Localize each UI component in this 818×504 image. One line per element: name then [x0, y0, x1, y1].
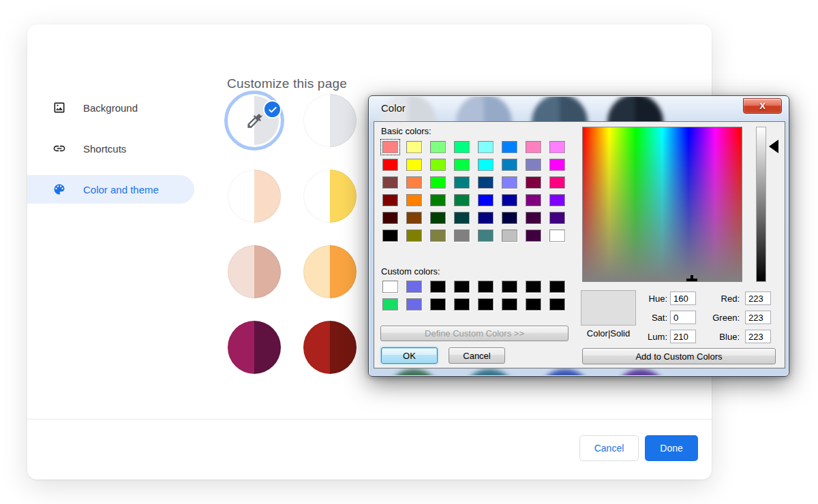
- basic-color-swatch[interactable]: [526, 176, 541, 189]
- basic-color-swatch[interactable]: [430, 159, 446, 171]
- custom-color-swatch[interactable]: [406, 298, 422, 311]
- dialog-titlebar[interactable]: [369, 97, 788, 121]
- red-input[interactable]: [745, 292, 771, 305]
- hue-saturation-field[interactable]: [582, 127, 742, 282]
- basic-color-swatch[interactable]: [526, 159, 541, 171]
- basic-color-swatch[interactable]: [549, 194, 565, 206]
- basic-color-swatch[interactable]: [502, 176, 517, 189]
- custom-color-swatch[interactable]: [430, 298, 446, 311]
- basic-color-swatch[interactable]: [406, 230, 422, 242]
- basic-color-swatch[interactable]: [454, 194, 470, 206]
- dialog-cancel-button[interactable]: Cancel: [449, 347, 505, 364]
- basic-color-swatch[interactable]: [430, 212, 446, 224]
- basic-colors-label: Basic colors:: [381, 126, 431, 136]
- custom-color-swatch[interactable]: [526, 298, 541, 311]
- basic-color-swatch[interactable]: [549, 159, 565, 171]
- basic-color-swatch[interactable]: [478, 212, 494, 224]
- basic-color-swatch[interactable]: [406, 212, 422, 224]
- theme-circle-default-gray[interactable]: [303, 94, 357, 147]
- add-to-custom-colors-button[interactable]: Add to Custom Colors: [582, 348, 776, 364]
- basic-color-swatch[interactable]: [382, 230, 398, 242]
- luminance-slider-arrow[interactable]: [769, 140, 778, 153]
- custom-color-swatch[interactable]: [526, 281, 541, 293]
- green-input[interactable]: [745, 311, 771, 324]
- theme-circle-berry[interactable]: [228, 321, 281, 374]
- basic-color-swatch[interactable]: [382, 141, 398, 153]
- basic-color-swatch[interactable]: [502, 230, 517, 242]
- define-custom-colors-button[interactable]: Define Custom Colors >>: [380, 326, 569, 341]
- ok-button[interactable]: OK: [381, 347, 438, 364]
- cancel-button[interactable]: Cancel: [579, 435, 639, 461]
- basic-color-swatch[interactable]: [502, 212, 517, 224]
- basic-color-swatch[interactable]: [382, 194, 398, 206]
- custom-color-swatch[interactable]: [549, 281, 565, 293]
- basic-color-swatch[interactable]: [478, 194, 494, 206]
- blue-input[interactable]: [745, 330, 771, 343]
- sidebar-item-background[interactable]: Background: [27, 93, 194, 122]
- basic-color-swatch[interactable]: [454, 176, 470, 189]
- basic-color-swatch[interactable]: [549, 141, 565, 153]
- basic-color-swatch[interactable]: [430, 141, 446, 153]
- hue-input[interactable]: [670, 292, 696, 305]
- basic-color-swatch[interactable]: [382, 212, 398, 224]
- theme-circle-dark-red[interactable]: [303, 321, 357, 374]
- basic-color-swatch[interactable]: [406, 159, 422, 171]
- custom-color-swatch[interactable]: [549, 298, 565, 311]
- basic-color-swatch[interactable]: [406, 194, 422, 206]
- luminance-slider[interactable]: [756, 127, 766, 282]
- sidebar-item-label: Color and theme: [83, 184, 159, 195]
- basic-color-swatch[interactable]: [454, 141, 470, 153]
- sidebar-item-shortcuts[interactable]: Shortcuts: [27, 134, 194, 163]
- basic-color-swatch[interactable]: [526, 230, 541, 242]
- basic-color-swatch[interactable]: [549, 212, 565, 224]
- theme-circle-rose-tan[interactable]: [228, 245, 281, 298]
- basic-color-swatch[interactable]: [406, 176, 422, 189]
- basic-color-swatch[interactable]: [454, 212, 470, 224]
- basic-color-swatch[interactable]: [549, 230, 565, 242]
- basic-color-swatch[interactable]: [382, 176, 398, 189]
- basic-color-swatch[interactable]: [502, 159, 517, 171]
- theme-circle-soft-peach[interactable]: [228, 170, 281, 223]
- sat-input[interactable]: [670, 311, 696, 324]
- custom-color-swatch[interactable]: [382, 281, 398, 293]
- custom-color-swatch[interactable]: [406, 281, 422, 293]
- basic-color-swatch[interactable]: [478, 141, 494, 153]
- custom-color-swatch[interactable]: [454, 281, 470, 293]
- basic-color-swatch[interactable]: [502, 194, 517, 206]
- custom-color-swatch[interactable]: [502, 298, 517, 311]
- image-icon: [52, 101, 66, 114]
- basic-color-swatch[interactable]: [526, 194, 541, 206]
- basic-color-swatch[interactable]: [430, 230, 446, 242]
- selected-check-badge: [263, 100, 282, 119]
- theme-circle-orange[interactable]: [303, 245, 357, 298]
- blurred-theme-circle: [461, 369, 517, 375]
- custom-color-swatch[interactable]: [454, 298, 470, 311]
- sidebar-item-color-and-theme[interactable]: Color and theme: [27, 175, 194, 204]
- theme-circle-golden-yellow[interactable]: [303, 170, 357, 223]
- basic-color-swatch[interactable]: [454, 230, 470, 242]
- hue-label: Hue:: [637, 294, 667, 304]
- custom-color-swatch[interactable]: [382, 298, 398, 311]
- basic-color-swatch[interactable]: [526, 212, 541, 224]
- theme-color-picker[interactable]: [224, 91, 284, 151]
- basic-color-swatch[interactable]: [406, 141, 422, 153]
- basic-color-swatch[interactable]: [454, 159, 470, 171]
- basic-color-swatch[interactable]: [549, 176, 565, 189]
- close-icon[interactable]: X: [743, 98, 782, 114]
- custom-color-swatch[interactable]: [478, 298, 494, 311]
- custom-color-swatch[interactable]: [478, 281, 494, 293]
- basic-color-swatch[interactable]: [502, 141, 517, 153]
- custom-color-swatch[interactable]: [502, 281, 517, 293]
- basic-color-swatch[interactable]: [430, 176, 446, 189]
- basic-color-swatch[interactable]: [478, 230, 494, 242]
- basic-color-swatch[interactable]: [478, 176, 494, 189]
- lum-input[interactable]: [670, 330, 696, 343]
- green-label: Green:: [710, 313, 740, 323]
- link-icon: [52, 142, 66, 155]
- basic-color-swatch[interactable]: [382, 159, 398, 171]
- basic-color-swatch[interactable]: [478, 159, 494, 171]
- custom-color-swatch[interactable]: [430, 281, 446, 293]
- basic-color-swatch[interactable]: [430, 194, 446, 206]
- done-button[interactable]: Done: [645, 435, 698, 461]
- basic-color-swatch[interactable]: [526, 141, 541, 153]
